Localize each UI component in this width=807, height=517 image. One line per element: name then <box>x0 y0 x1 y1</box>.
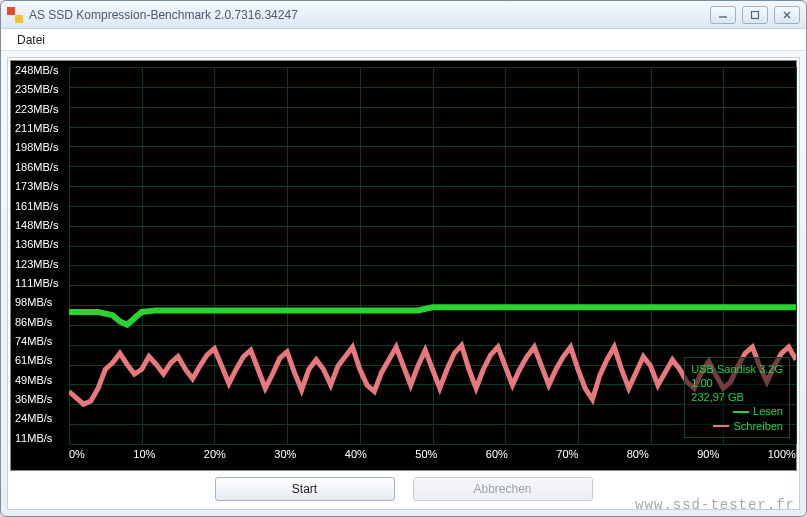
y-tick: 211MB/s <box>15 123 65 134</box>
y-tick: 161MB/s <box>15 201 65 212</box>
x-tick: 100% <box>768 448 796 468</box>
minimize-button[interactable] <box>710 6 736 24</box>
start-button[interactable]: Start <box>215 477 395 501</box>
x-tick: 50% <box>415 448 437 468</box>
y-tick: 11MB/s <box>15 433 65 444</box>
x-tick: 90% <box>697 448 719 468</box>
close-button[interactable] <box>774 6 800 24</box>
y-tick: 248MB/s <box>15 65 65 76</box>
y-tick: 235MB/s <box>15 84 65 95</box>
legend-capacity: 232,97 GB <box>691 390 783 404</box>
y-tick: 148MB/s <box>15 220 65 231</box>
x-tick: 0% <box>69 448 85 468</box>
x-axis: 0%10%20%30%40%50%60%70%80%90%100% <box>69 448 796 468</box>
x-tick: 80% <box>627 448 649 468</box>
y-tick: 136MB/s <box>15 239 65 250</box>
legend-read-swatch <box>733 411 749 413</box>
y-tick: 123MB/s <box>15 259 65 270</box>
app-window: AS SSD Kompression-Benchmark 2.0.7316.34… <box>0 0 807 517</box>
y-tick: 86MB/s <box>15 317 65 328</box>
y-tick: 111MB/s <box>15 278 65 289</box>
x-tick: 70% <box>556 448 578 468</box>
menubar: Datei <box>1 29 806 51</box>
y-tick: 36MB/s <box>15 394 65 405</box>
y-tick: 61MB/s <box>15 355 65 366</box>
legend-write-swatch <box>713 425 729 427</box>
y-tick: 74MB/s <box>15 336 65 347</box>
legend-read-label: Lesen <box>753 404 783 418</box>
y-tick: 24MB/s <box>15 413 65 424</box>
x-tick: 30% <box>274 448 296 468</box>
titlebar[interactable]: AS SSD Kompression-Benchmark 2.0.7316.34… <box>1 1 806 29</box>
y-tick: 198MB/s <box>15 142 65 153</box>
button-row: Start Abbrechen <box>8 471 799 509</box>
window-title: AS SSD Kompression-Benchmark 2.0.7316.34… <box>29 8 710 22</box>
legend-read-row: Lesen <box>691 404 783 418</box>
app-icon <box>7 7 23 23</box>
x-tick: 40% <box>345 448 367 468</box>
legend-device: USB Sandisk 3.2G <box>691 362 783 376</box>
window-controls <box>710 6 800 24</box>
legend-write-row: Schreiben <box>691 419 783 433</box>
y-tick: 173MB/s <box>15 181 65 192</box>
legend-write-label: Schreiben <box>733 419 783 433</box>
x-tick: 60% <box>486 448 508 468</box>
plot: 0%10%20%30%40%50%60%70%80%90%100% USB Sa… <box>69 61 796 470</box>
legend-box: USB Sandisk 3.2G 1.00 232,97 GB Lesen Sc… <box>684 357 790 438</box>
chart-area: 248MB/s235MB/s223MB/s211MB/s198MB/s186MB… <box>10 60 797 471</box>
y-tick: 186MB/s <box>15 162 65 173</box>
x-tick: 20% <box>204 448 226 468</box>
x-tick: 10% <box>133 448 155 468</box>
y-tick: 98MB/s <box>15 297 65 308</box>
svg-rect-1 <box>752 11 759 18</box>
y-axis: 248MB/s235MB/s223MB/s211MB/s198MB/s186MB… <box>11 61 69 470</box>
legend-firmware: 1.00 <box>691 376 783 390</box>
cancel-button: Abbrechen <box>413 477 593 501</box>
y-tick: 49MB/s <box>15 375 65 386</box>
content-panel: 248MB/s235MB/s223MB/s211MB/s198MB/s186MB… <box>7 57 800 510</box>
y-tick: 223MB/s <box>15 104 65 115</box>
maximize-button[interactable] <box>742 6 768 24</box>
series-lesen <box>69 307 796 324</box>
menu-file[interactable]: Datei <box>9 31 53 49</box>
